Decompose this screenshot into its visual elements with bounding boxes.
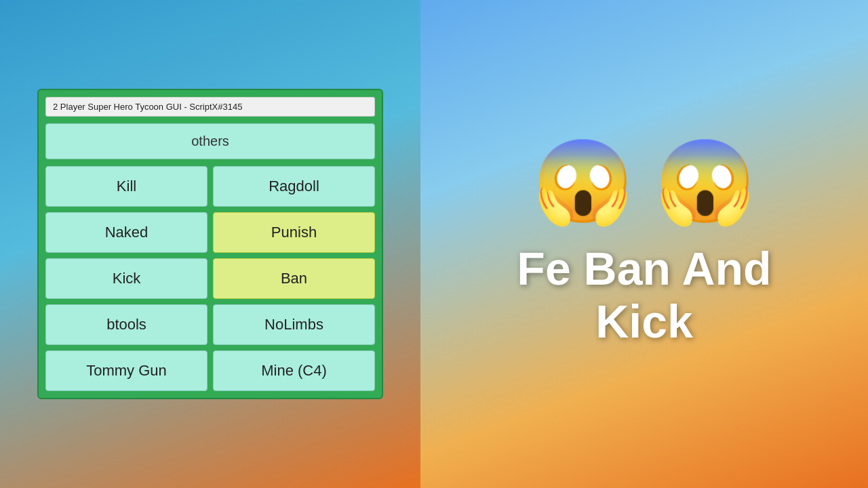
action-button-mine-c4[interactable]: Mine (C4) [213,350,375,391]
action-button-naked[interactable]: Naked [45,212,208,253]
action-button-kick[interactable]: Kick [45,258,208,299]
action-button-btools[interactable]: btools [45,304,208,345]
emoji-1: 😱 [532,140,634,222]
action-button-ban[interactable]: Ban [213,258,375,299]
action-button-nolimbs[interactable]: NoLimbs [213,304,375,345]
action-button-tommy-gun[interactable]: Tommy Gun [45,350,208,391]
button-grid: KillRagdollNakedPunishKickBanbtoolsNoLim… [45,166,375,391]
action-button-kill[interactable]: Kill [45,166,208,207]
main-title: Fe Ban And Kick [517,242,771,348]
emoji-row: 😱 😱 [532,140,756,222]
emoji-2: 😱 [654,140,756,222]
others-button[interactable]: others [45,123,375,159]
action-button-ragdoll[interactable]: Ragdoll [213,166,375,207]
title-line-1: Fe Ban And [517,242,771,295]
title-line-2: Kick [517,295,771,348]
right-panel: 😱 😱 Fe Ban And Kick [420,0,868,488]
gui-window: 2 Player Super Hero Tycoon GUI - ScriptX… [37,89,383,399]
gui-title-bar: 2 Player Super Hero Tycoon GUI - ScriptX… [45,97,375,117]
action-button-punish[interactable]: Punish [213,212,375,253]
left-panel: 2 Player Super Hero Tycoon GUI - ScriptX… [0,0,420,488]
